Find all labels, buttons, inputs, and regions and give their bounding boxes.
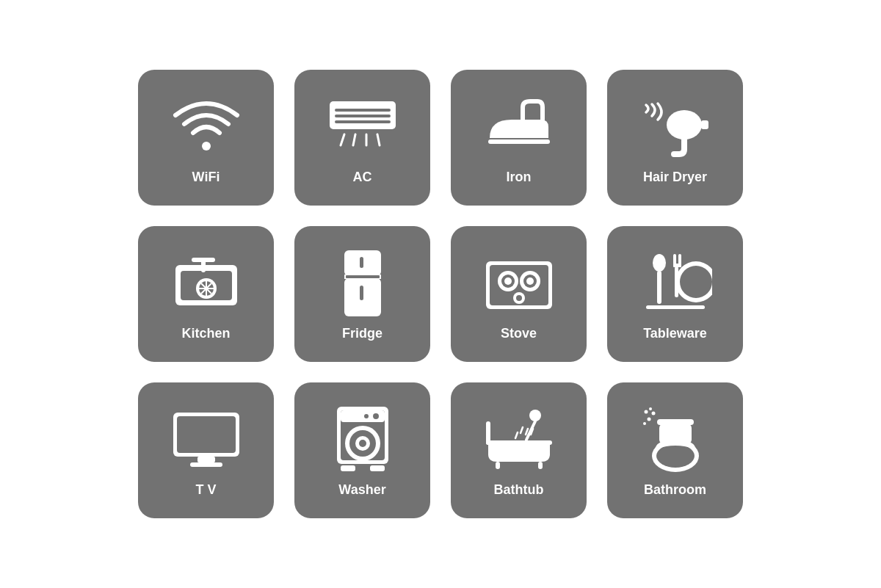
svg-point-73: [656, 444, 695, 468]
svg-rect-11: [701, 120, 708, 129]
svg-point-38: [653, 254, 666, 272]
svg-rect-46: [646, 305, 705, 309]
svg-rect-75: [657, 419, 694, 425]
bathtub-label: Bathtub: [494, 482, 544, 498]
tile-bathtub[interactable]: Bathtub: [451, 382, 587, 518]
svg-rect-2: [335, 109, 391, 112]
tile-hair-dryer[interactable]: Hair Dryer: [607, 70, 743, 206]
hair-dryer-icon: [639, 90, 712, 164]
svg-rect-41: [678, 254, 681, 265]
svg-rect-25: [346, 275, 380, 278]
svg-point-0: [202, 142, 211, 150]
bathtub-icon: [482, 403, 556, 476]
svg-rect-60: [341, 465, 355, 471]
tile-wifi[interactable]: WiFi: [138, 70, 274, 206]
svg-rect-4: [335, 120, 391, 123]
iron-icon: [482, 90, 556, 164]
svg-point-32: [504, 277, 512, 285]
svg-point-62: [529, 410, 541, 421]
svg-line-6: [353, 134, 355, 145]
tile-kitchen[interactable]: Kitchen: [138, 226, 274, 362]
fridge-label: Fridge: [342, 326, 383, 341]
ac-label: AC: [353, 170, 372, 185]
svg-line-65: [526, 429, 528, 435]
tile-stove[interactable]: Stove: [451, 226, 587, 362]
iron-label: Iron: [507, 170, 532, 185]
svg-line-64: [521, 427, 523, 433]
tableware-label: Tableware: [643, 326, 707, 341]
hair-dryer-label: Hair Dryer: [643, 170, 707, 185]
svg-rect-27: [360, 286, 363, 300]
tile-washer[interactable]: Washer: [294, 382, 430, 518]
kitchen-icon: [170, 247, 243, 320]
svg-point-79: [643, 422, 646, 425]
svg-point-55: [364, 414, 369, 418]
svg-rect-68: [486, 440, 552, 445]
washer-icon: [326, 403, 399, 476]
svg-rect-69: [496, 462, 500, 469]
svg-rect-48: [177, 416, 236, 453]
svg-point-54: [373, 413, 379, 419]
svg-point-76: [647, 418, 650, 421]
tile-bathroom[interactable]: Bathroom: [607, 382, 743, 518]
svg-rect-15: [192, 258, 215, 262]
tile-tv[interactable]: T V: [138, 382, 274, 518]
washer-label: Washer: [338, 482, 385, 498]
svg-rect-40: [673, 254, 676, 265]
bathroom-icon: [639, 403, 712, 476]
tableware-icon: [639, 247, 712, 320]
svg-point-59: [359, 440, 366, 447]
amenity-grid: WiFi AC Iron: [138, 70, 743, 518]
svg-rect-26: [360, 257, 363, 268]
svg-point-77: [651, 412, 655, 415]
stove-icon: [482, 247, 556, 320]
kitchen-label: Kitchen: [181, 326, 230, 341]
svg-point-45: [680, 266, 712, 298]
svg-rect-71: [486, 421, 490, 445]
svg-point-80: [649, 407, 652, 410]
tv-icon: [170, 403, 243, 476]
tile-ac[interactable]: AC: [294, 70, 430, 206]
svg-line-67: [515, 432, 518, 438]
bathroom-label: Bathroom: [644, 482, 706, 498]
svg-rect-9: [488, 139, 550, 144]
wifi-icon: [170, 90, 243, 164]
svg-rect-3: [335, 115, 391, 117]
tile-tableware[interactable]: Tableware: [607, 226, 743, 362]
tv-label: T V: [195, 482, 216, 498]
tile-fridge[interactable]: Fridge: [294, 226, 430, 362]
svg-line-8: [377, 134, 380, 145]
svg-rect-61: [370, 465, 385, 471]
svg-rect-70: [538, 462, 543, 469]
fridge-icon: [326, 247, 399, 320]
tile-iron[interactable]: Iron: [451, 70, 587, 206]
svg-line-5: [341, 134, 344, 145]
svg-rect-50: [190, 462, 222, 467]
stove-label: Stove: [501, 326, 537, 341]
svg-point-35: [526, 277, 534, 285]
svg-point-78: [644, 410, 648, 414]
svg-rect-74: [659, 424, 692, 444]
svg-rect-49: [197, 457, 215, 462]
svg-point-37: [516, 295, 522, 301]
wifi-label: WiFi: [192, 170, 220, 185]
svg-rect-39: [657, 271, 661, 304]
ac-icon: [326, 90, 399, 164]
